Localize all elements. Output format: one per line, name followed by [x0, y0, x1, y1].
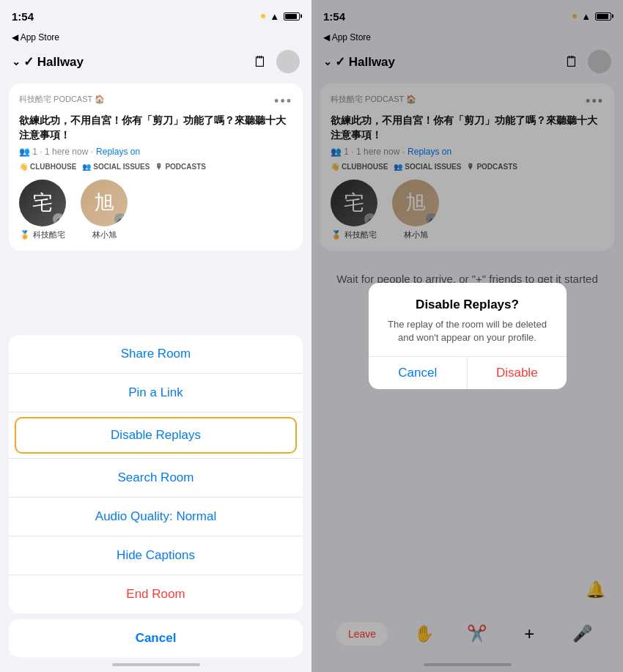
left-home-indicator: [112, 663, 200, 666]
tag-clubhouse: 👋CLUBHOUSE: [19, 163, 76, 171]
status-dot-icon: [261, 14, 265, 18]
left-phone-panel: 1:54 ▲ ◀ App Store ⌄ ✓ Hallway 🗒 科技酷宅 PO…: [0, 0, 312, 672]
left-podcast-label: 科技酷宅 PODCAST 🏠: [19, 94, 105, 105]
dialog-title: Disable Replays?: [383, 298, 552, 312]
tag-podcasts: 🎙PODCASTS: [155, 163, 206, 171]
action-sheet: Share Room Pin a Link Disable Replays Se…: [0, 335, 312, 672]
dialog-disable-button[interactable]: Disable: [468, 357, 567, 389]
mute-icon-2: 🎤: [114, 213, 126, 225]
pin-link-action[interactable]: Pin a Link: [9, 374, 303, 413]
end-room-action[interactable]: End Room: [9, 575, 303, 613]
left-nav-actions: 🗒: [253, 50, 300, 73]
user-avatar[interactable]: [276, 50, 300, 73]
mute-icon: 🎤: [53, 213, 64, 225]
disable-replays-dialog: Disable Replays? The replay of the room …: [369, 283, 567, 389]
speaker-1-name: 🏅 科技酷宅: [20, 229, 64, 240]
left-status-time: 1:54: [12, 10, 34, 23]
left-room-card: 科技酷宅 PODCAST 🏠 ••• 欲練此功，不用自宮！你有「剪刀」功能了嗎？…: [9, 84, 303, 251]
dialog-buttons: Cancel Disable: [369, 356, 567, 389]
replays-on-label: Replays on: [96, 147, 140, 157]
speaker-2-name: 林小旭: [92, 229, 117, 240]
document-icon[interactable]: 🗒: [253, 53, 268, 70]
left-room-header: 科技酷宅 PODCAST 🏠 •••: [19, 94, 292, 109]
cancel-action[interactable]: Cancel: [9, 619, 303, 657]
speaker-2[interactable]: 旭 🎤 林小旭: [81, 180, 128, 240]
speaker-1-avatar: 宅 🎤: [19, 180, 66, 226]
left-status-bar: 1:54 ▲: [0, 0, 312, 32]
dialog-cancel-button[interactable]: Cancel: [369, 357, 468, 389]
disable-replays-action[interactable]: Disable Replays: [15, 417, 297, 454]
audio-quality-action[interactable]: Audio Quality: Normal: [9, 498, 303, 536]
share-room-action[interactable]: Share Room: [9, 335, 303, 374]
dialog-message: The replay of the room will be deleted a…: [383, 318, 552, 344]
left-status-icons: ▲: [261, 11, 300, 22]
left-room-title: 欲練此功，不用自宮！你有「剪刀」功能了嗎？來聽聽十大注意事項！: [19, 114, 292, 142]
left-room-speakers: 宅 🎤 🏅 科技酷宅 旭 🎤 林小旭: [19, 180, 292, 240]
left-room-tags: 👋CLUBHOUSE 👥SOCIAL ISSUES 🎙PODCASTS: [19, 163, 292, 171]
speaker-2-avatar: 旭 🎤: [81, 180, 128, 226]
search-room-action[interactable]: Search Room: [9, 459, 303, 498]
right-phone-panel: 1:54 ▲ ◀ App Store ⌄ ✓ Hallway 🗒 科技酷宅 PO…: [312, 0, 623, 672]
left-more-button[interactable]: •••: [274, 94, 292, 109]
tag-social: 👥SOCIAL ISSUES: [82, 163, 150, 171]
left-room-meta: 👥 1 · 1 here now · Replays on: [19, 147, 292, 157]
speaker-1[interactable]: 宅 🎤 🏅 科技酷宅: [19, 180, 66, 240]
left-app-store-back[interactable]: ◀ App Store: [0, 32, 312, 45]
action-sheet-main: Share Room Pin a Link Disable Replays Se…: [9, 335, 303, 613]
hallway-chevron-icon: ⌄: [12, 56, 21, 67]
left-nav-bar: ⌄ ✓ Hallway 🗒: [0, 45, 312, 78]
left-hallway-title[interactable]: ⌄ ✓ Hallway: [12, 54, 84, 70]
wifi-icon: ▲: [270, 11, 279, 22]
dialog-overlay: Disable Replays? The replay of the room …: [312, 0, 623, 672]
hide-captions-action[interactable]: Hide Captions: [9, 536, 303, 575]
battery-icon: [284, 12, 300, 21]
